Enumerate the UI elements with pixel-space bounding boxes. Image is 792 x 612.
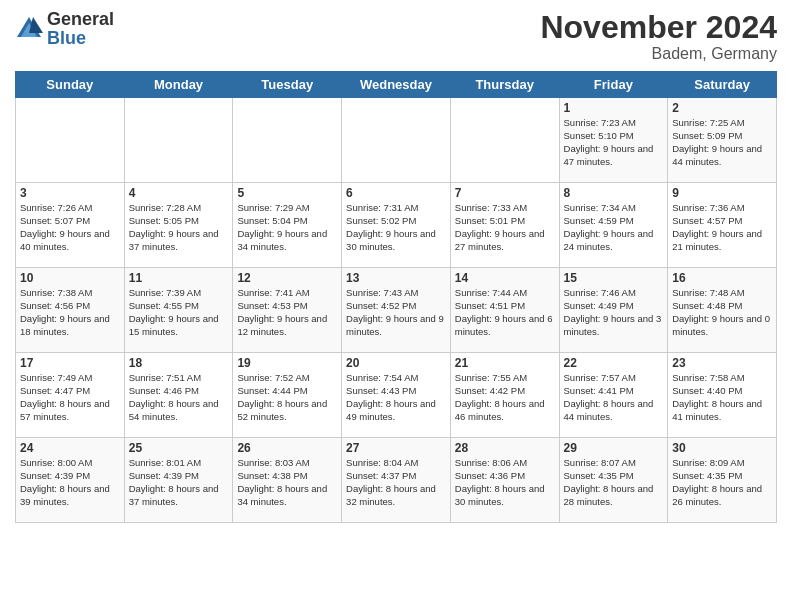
day-number: 28 xyxy=(455,441,555,455)
day-info: Sunrise: 8:09 AM Sunset: 4:35 PM Dayligh… xyxy=(672,457,772,508)
day-number: 17 xyxy=(20,356,120,370)
day-number: 22 xyxy=(564,356,664,370)
day-info: Sunrise: 7:39 AM Sunset: 4:55 PM Dayligh… xyxy=(129,287,229,338)
day-cell: 21Sunrise: 7:55 AM Sunset: 4:42 PM Dayli… xyxy=(450,353,559,438)
day-number: 21 xyxy=(455,356,555,370)
day-cell: 30Sunrise: 8:09 AM Sunset: 4:35 PM Dayli… xyxy=(668,438,777,523)
day-info: Sunrise: 7:52 AM Sunset: 4:44 PM Dayligh… xyxy=(237,372,337,423)
day-info: Sunrise: 8:00 AM Sunset: 4:39 PM Dayligh… xyxy=(20,457,120,508)
day-info: Sunrise: 7:38 AM Sunset: 4:56 PM Dayligh… xyxy=(20,287,120,338)
day-number: 7 xyxy=(455,186,555,200)
day-number: 9 xyxy=(672,186,772,200)
day-cell: 6Sunrise: 7:31 AM Sunset: 5:02 PM Daylig… xyxy=(342,183,451,268)
day-number: 20 xyxy=(346,356,446,370)
day-info: Sunrise: 7:25 AM Sunset: 5:09 PM Dayligh… xyxy=(672,117,772,168)
logo-blue: Blue xyxy=(47,28,86,48)
day-cell: 25Sunrise: 8:01 AM Sunset: 4:39 PM Dayli… xyxy=(124,438,233,523)
day-cell: 22Sunrise: 7:57 AM Sunset: 4:41 PM Dayli… xyxy=(559,353,668,438)
title-section: November 2024 Badem, Germany xyxy=(540,10,777,63)
day-cell xyxy=(450,98,559,183)
day-info: Sunrise: 7:46 AM Sunset: 4:49 PM Dayligh… xyxy=(564,287,664,338)
page: General Blue November 2024 Badem, German… xyxy=(0,0,792,612)
day-number: 12 xyxy=(237,271,337,285)
day-info: Sunrise: 7:44 AM Sunset: 4:51 PM Dayligh… xyxy=(455,287,555,338)
day-cell: 16Sunrise: 7:48 AM Sunset: 4:48 PM Dayli… xyxy=(668,268,777,353)
month-title: November 2024 xyxy=(540,10,777,45)
day-cell: 8Sunrise: 7:34 AM Sunset: 4:59 PM Daylig… xyxy=(559,183,668,268)
day-cell: 9Sunrise: 7:36 AM Sunset: 4:57 PM Daylig… xyxy=(668,183,777,268)
header-day-sunday: Sunday xyxy=(16,72,125,98)
day-number: 8 xyxy=(564,186,664,200)
header-day-thursday: Thursday xyxy=(450,72,559,98)
location: Badem, Germany xyxy=(540,45,777,63)
day-number: 23 xyxy=(672,356,772,370)
day-info: Sunrise: 7:34 AM Sunset: 4:59 PM Dayligh… xyxy=(564,202,664,253)
day-cell: 10Sunrise: 7:38 AM Sunset: 4:56 PM Dayli… xyxy=(16,268,125,353)
day-info: Sunrise: 8:07 AM Sunset: 4:35 PM Dayligh… xyxy=(564,457,664,508)
day-cell: 26Sunrise: 8:03 AM Sunset: 4:38 PM Dayli… xyxy=(233,438,342,523)
day-cell: 4Sunrise: 7:28 AM Sunset: 5:05 PM Daylig… xyxy=(124,183,233,268)
day-number: 1 xyxy=(564,101,664,115)
day-cell xyxy=(233,98,342,183)
logo-icon xyxy=(15,15,43,43)
header-day-monday: Monday xyxy=(124,72,233,98)
day-info: Sunrise: 7:43 AM Sunset: 4:52 PM Dayligh… xyxy=(346,287,446,338)
day-number: 15 xyxy=(564,271,664,285)
header-day-wednesday: Wednesday xyxy=(342,72,451,98)
day-number: 26 xyxy=(237,441,337,455)
day-info: Sunrise: 7:55 AM Sunset: 4:42 PM Dayligh… xyxy=(455,372,555,423)
day-cell: 27Sunrise: 8:04 AM Sunset: 4:37 PM Dayli… xyxy=(342,438,451,523)
day-cell: 13Sunrise: 7:43 AM Sunset: 4:52 PM Dayli… xyxy=(342,268,451,353)
day-info: Sunrise: 7:29 AM Sunset: 5:04 PM Dayligh… xyxy=(237,202,337,253)
day-number: 10 xyxy=(20,271,120,285)
day-number: 24 xyxy=(20,441,120,455)
header-day-friday: Friday xyxy=(559,72,668,98)
day-number: 3 xyxy=(20,186,120,200)
day-info: Sunrise: 7:23 AM Sunset: 5:10 PM Dayligh… xyxy=(564,117,664,168)
week-row-0: 1Sunrise: 7:23 AM Sunset: 5:10 PM Daylig… xyxy=(16,98,777,183)
week-row-3: 17Sunrise: 7:49 AM Sunset: 4:47 PM Dayli… xyxy=(16,353,777,438)
day-info: Sunrise: 7:31 AM Sunset: 5:02 PM Dayligh… xyxy=(346,202,446,253)
day-cell xyxy=(124,98,233,183)
day-number: 27 xyxy=(346,441,446,455)
day-info: Sunrise: 7:51 AM Sunset: 4:46 PM Dayligh… xyxy=(129,372,229,423)
week-row-1: 3Sunrise: 7:26 AM Sunset: 5:07 PM Daylig… xyxy=(16,183,777,268)
header-row: SundayMondayTuesdayWednesdayThursdayFrid… xyxy=(16,72,777,98)
calendar-table: SundayMondayTuesdayWednesdayThursdayFrid… xyxy=(15,71,777,523)
day-info: Sunrise: 7:28 AM Sunset: 5:05 PM Dayligh… xyxy=(129,202,229,253)
day-cell: 20Sunrise: 7:54 AM Sunset: 4:43 PM Dayli… xyxy=(342,353,451,438)
day-cell: 18Sunrise: 7:51 AM Sunset: 4:46 PM Dayli… xyxy=(124,353,233,438)
day-cell: 1Sunrise: 7:23 AM Sunset: 5:10 PM Daylig… xyxy=(559,98,668,183)
day-info: Sunrise: 7:48 AM Sunset: 4:48 PM Dayligh… xyxy=(672,287,772,338)
week-row-2: 10Sunrise: 7:38 AM Sunset: 4:56 PM Dayli… xyxy=(16,268,777,353)
day-number: 25 xyxy=(129,441,229,455)
day-cell xyxy=(342,98,451,183)
day-info: Sunrise: 8:06 AM Sunset: 4:36 PM Dayligh… xyxy=(455,457,555,508)
day-number: 18 xyxy=(129,356,229,370)
header-day-saturday: Saturday xyxy=(668,72,777,98)
day-cell: 7Sunrise: 7:33 AM Sunset: 5:01 PM Daylig… xyxy=(450,183,559,268)
day-info: Sunrise: 7:57 AM Sunset: 4:41 PM Dayligh… xyxy=(564,372,664,423)
day-info: Sunrise: 8:04 AM Sunset: 4:37 PM Dayligh… xyxy=(346,457,446,508)
day-info: Sunrise: 7:33 AM Sunset: 5:01 PM Dayligh… xyxy=(455,202,555,253)
day-number: 30 xyxy=(672,441,772,455)
day-info: Sunrise: 7:54 AM Sunset: 4:43 PM Dayligh… xyxy=(346,372,446,423)
day-number: 11 xyxy=(129,271,229,285)
day-number: 29 xyxy=(564,441,664,455)
day-number: 14 xyxy=(455,271,555,285)
day-cell: 5Sunrise: 7:29 AM Sunset: 5:04 PM Daylig… xyxy=(233,183,342,268)
day-info: Sunrise: 7:58 AM Sunset: 4:40 PM Dayligh… xyxy=(672,372,772,423)
day-cell: 2Sunrise: 7:25 AM Sunset: 5:09 PM Daylig… xyxy=(668,98,777,183)
svg-marker-2 xyxy=(29,17,43,33)
day-info: Sunrise: 7:41 AM Sunset: 4:53 PM Dayligh… xyxy=(237,287,337,338)
day-cell: 11Sunrise: 7:39 AM Sunset: 4:55 PM Dayli… xyxy=(124,268,233,353)
day-info: Sunrise: 7:36 AM Sunset: 4:57 PM Dayligh… xyxy=(672,202,772,253)
week-row-4: 24Sunrise: 8:00 AM Sunset: 4:39 PM Dayli… xyxy=(16,438,777,523)
day-cell: 12Sunrise: 7:41 AM Sunset: 4:53 PM Dayli… xyxy=(233,268,342,353)
header: General Blue November 2024 Badem, German… xyxy=(15,10,777,63)
logo: General Blue xyxy=(15,10,114,48)
day-number: 5 xyxy=(237,186,337,200)
day-number: 2 xyxy=(672,101,772,115)
day-number: 16 xyxy=(672,271,772,285)
day-number: 4 xyxy=(129,186,229,200)
